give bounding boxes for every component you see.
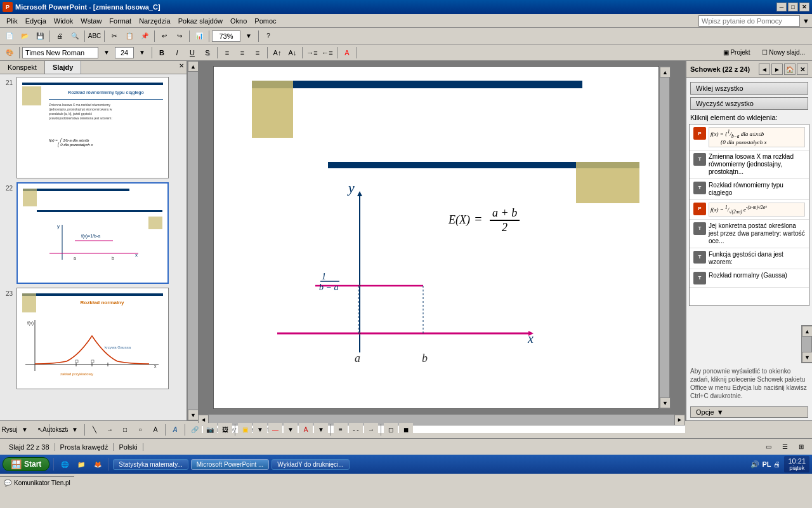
autoshapes-button[interactable]: Autokształty <box>53 423 67 437</box>
design-tab-button[interactable]: ▣ Projekt <box>719 46 755 60</box>
shadow-button[interactable]: S <box>200 46 214 59</box>
clipboard-item-5[interactable]: T Jej konkretna postać określona jest pr… <box>690 220 809 248</box>
taskbar-item-powerpoint[interactable]: Microsoft PowerPoint ... <box>191 459 270 470</box>
save-button[interactable]: 💾 <box>33 29 47 43</box>
font-color-button[interactable]: A <box>340 46 354 59</box>
draw-fill-color[interactable]: ▣ <box>238 423 252 437</box>
menu-widok[interactable]: Widok <box>50 16 77 26</box>
draw-diagram[interactable]: 🔗 <box>188 423 202 437</box>
draw-fill-dropdown[interactable]: ▼ <box>253 423 267 437</box>
insert-chart-button[interactable]: 📊 <box>192 29 206 43</box>
italic-button[interactable]: I <box>170 46 184 59</box>
menu-pokaz[interactable]: Pokaz slajdów <box>174 16 226 26</box>
bold-button[interactable]: B <box>155 46 169 59</box>
taskbar-item-statystyka[interactable]: Statystyka matematy... <box>113 459 188 470</box>
slide-panel-close[interactable]: ✕ <box>176 61 187 74</box>
slide-item-21[interactable]: 21 Rozkład równomierny typu ciągłego Zmi… <box>3 77 184 178</box>
clipboard-forward-button[interactable]: ► <box>771 64 783 75</box>
menu-edycja[interactable]: Edycja <box>22 16 50 26</box>
slide-scroll-up[interactable]: ▲ <box>188 61 199 72</box>
font-dropdown[interactable]: ▼ <box>100 46 114 60</box>
start-button[interactable]: 🪟 Start <box>3 457 49 471</box>
draw-shadow[interactable]: ◻ <box>384 423 398 437</box>
clipboard-item-1[interactable]: P f(x) = {1/b−a dla a≤x≤b {0 dla pozosta… <box>690 124 809 150</box>
view-outline[interactable]: ☰ <box>778 440 792 454</box>
draw-select[interactable]: ▼ <box>18 423 32 437</box>
preview-button[interactable]: 🔍 <box>68 29 82 43</box>
clipboard-back-button[interactable]: ◄ <box>759 64 770 75</box>
draw-clipart[interactable]: 📷 <box>203 423 217 437</box>
menu-narzedzia[interactable]: Narzędzia <box>135 16 174 26</box>
slide-scroll-track[interactable] <box>188 72 198 410</box>
clipboard-scroll-track[interactable] <box>802 337 811 352</box>
draw-font-color-dropdown[interactable]: ▼ <box>314 423 328 437</box>
clipboard-scroll-down[interactable]: ▼ <box>802 352 812 363</box>
menu-wstaw[interactable]: Wstaw <box>77 16 105 26</box>
menu-okno[interactable]: Okno <box>226 16 251 26</box>
canvas-scroll-right[interactable]: ► <box>674 415 685 425</box>
draw-line-color[interactable]: — <box>268 423 282 437</box>
options-button[interactable]: Opcje ▼ <box>690 406 808 418</box>
draw-line-style[interactable]: ≡ <box>334 423 348 437</box>
canvas-scroll-down[interactable]: ▼ <box>660 398 671 408</box>
paste-button[interactable]: 📌 <box>138 29 152 43</box>
draw-image[interactable]: 🖼 <box>218 423 232 437</box>
slide-scroll-down[interactable]: ▼ <box>188 410 199 420</box>
font-selector[interactable]: Times New Roman <box>22 47 98 58</box>
minimize-button[interactable]: ─ <box>776 3 787 11</box>
taskbar-item-wyklady[interactable]: WykładY do druknięci... <box>272 459 349 470</box>
open-button[interactable]: 📂 <box>18 29 32 43</box>
align-left-button[interactable]: ≡ <box>220 46 234 59</box>
slide-canvas[interactable]: E(X)= a + b 2 <box>213 66 659 409</box>
view-normal[interactable]: ▭ <box>761 440 775 454</box>
design-button[interactable]: 🎨 <box>3 46 16 60</box>
undo-button[interactable]: ↩ <box>157 29 171 43</box>
canvas-scroll-track[interactable] <box>660 77 669 398</box>
increase-font-button[interactable]: A↑ <box>270 46 284 59</box>
draw-line[interactable]: ╲ <box>88 423 102 437</box>
tab-konspekt[interactable]: Konspekt <box>0 61 45 74</box>
slide-thumb-21[interactable]: Rozkład równomierny typu ciągłego Zmienn… <box>16 77 169 178</box>
paste-all-button[interactable]: Wklej wszystko <box>690 82 808 95</box>
zoom-box[interactable]: 73% <box>212 30 240 42</box>
align-right-button[interactable]: ≡ <box>251 46 265 59</box>
ie-button[interactable]: 🌐 <box>58 457 72 471</box>
clipboard-item-7[interactable]: T Rozkład normalny (Gaussa) <box>690 269 809 288</box>
draw-3d[interactable]: ◼ <box>399 423 413 437</box>
indent-more-button[interactable]: →≡ <box>305 46 319 59</box>
indent-less-button[interactable]: ←≡ <box>320 46 334 59</box>
explorer-button[interactable]: 📁 <box>74 457 88 471</box>
slide-thumb-22[interactable]: y x f(x)=1/b-a a b <box>16 182 169 284</box>
menu-pomoc[interactable]: Pomoc <box>251 16 280 26</box>
redo-button[interactable]: ↪ <box>173 29 187 43</box>
clipboard-item-4[interactable]: P f(x) = 1/√(2πσ) e-(x-m)²/2σ² <box>690 200 809 220</box>
print-button[interactable]: 🖨 <box>53 29 67 43</box>
draw-arrow-style[interactable]: → <box>364 423 378 437</box>
zoom-dropdown[interactable]: ▼ <box>242 29 256 43</box>
new-button[interactable]: 📄 <box>3 29 16 43</box>
draw-wordart[interactable]: A <box>168 423 182 437</box>
slide-thumb-23[interactable]: Rozkład normalny f(x) krzywa Gau <box>16 288 169 389</box>
cut-button[interactable]: ✂ <box>107 29 121 43</box>
maximize-button[interactable]: □ <box>788 3 798 11</box>
clipboard-item-6[interactable]: T Funkcja gęstości dana jest wzorem: <box>690 248 809 269</box>
help-button2[interactable]: ? <box>261 29 275 43</box>
help-dropdown-icon[interactable]: ▼ <box>802 17 809 25</box>
draw-oval[interactable]: ○ <box>133 423 147 437</box>
help-input[interactable] <box>698 15 800 27</box>
autoshapes-dropdown[interactable]: ▼ <box>68 423 82 437</box>
draw-rect[interactable]: □ <box>118 423 132 437</box>
menu-plik[interactable]: Plik <box>3 16 22 26</box>
clipboard-home-button[interactable]: 🏠 <box>784 64 796 75</box>
new-slide-button[interactable]: ☐ Nowy slajd... <box>757 46 809 60</box>
font-size-dropdown[interactable]: ▼ <box>135 46 149 60</box>
draw-button[interactable]: Rysuj <box>3 423 16 437</box>
title-bar-buttons[interactable]: ─ □ ✕ <box>776 3 809 11</box>
underline-button[interactable]: U <box>185 46 199 59</box>
copy-button[interactable]: 📋 <box>122 29 136 43</box>
slide-item-22[interactable]: 22 <box>3 182 184 284</box>
decrease-font-button[interactable]: A↓ <box>285 46 299 59</box>
slide-item-23[interactable]: 23 Rozkład normalny <box>3 288 184 389</box>
draw-textbox[interactable]: A <box>148 423 162 437</box>
canvas-scroll-up[interactable]: ▲ <box>660 67 671 77</box>
